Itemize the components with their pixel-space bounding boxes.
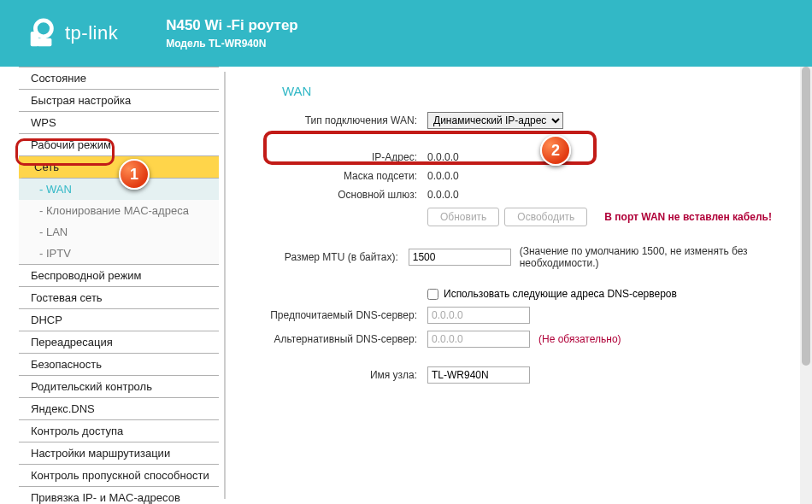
cable-warning: В порт WAN не вставлен кабель! <box>604 211 772 223</box>
mtu-label: Размер MTU (в байтах): <box>248 251 409 263</box>
product-title: N450 Wi -Fi роутер <box>166 17 298 34</box>
nav-bandwidth[interactable]: Контроль пропускной способности <box>19 465 219 487</box>
mask-label: Маска подсети: <box>248 170 427 182</box>
header-info: N450 Wi -Fi роутер Модель TL-WR940N <box>166 17 298 50</box>
wan-type-select[interactable]: Динамический IP-адрес <box>427 112 563 129</box>
main-scrollbar[interactable] <box>800 67 812 504</box>
nav-mode[interactable]: Рабочий режим <box>19 134 219 156</box>
nav-mac-clone[interactable]: - Клонирование MAC-адреса <box>19 200 219 221</box>
nav-guest[interactable]: Гостевая сеть <box>19 287 219 309</box>
dns2-note: (Не обязательно) <box>538 333 621 345</box>
nav-wireless[interactable]: Беспроводной режим <box>19 265 219 287</box>
nav-status[interactable]: Состояние <box>19 67 219 90</box>
mask-value: 0.0.0.0 <box>427 170 459 182</box>
product-model: Модель TL-WR940N <box>166 38 298 50</box>
nav-yandex-dns[interactable]: Яндекс.DNS <box>19 398 219 420</box>
header: tp-link N450 Wi -Fi роутер Модель TL-WR9… <box>0 0 812 67</box>
nav-security[interactable]: Безопасность <box>19 354 219 376</box>
nav-access[interactable]: Контроль доступа <box>19 420 219 442</box>
nav-network[interactable]: Сеть <box>19 156 219 179</box>
mtu-note: (Значение по умолчанию 1500, не изменять… <box>520 245 795 269</box>
gateway-value: 0.0.0.0 <box>427 189 459 201</box>
dns2-input[interactable] <box>427 331 530 348</box>
ip-value: 0.0.0.0 <box>427 151 459 163</box>
section-title: WAN <box>248 75 795 112</box>
dns-checkbox[interactable] <box>427 289 438 300</box>
nav-parental[interactable]: Родительский контроль <box>19 376 219 398</box>
divider <box>224 72 226 499</box>
nav-dhcp[interactable]: DHCP <box>19 309 219 331</box>
mtu-input[interactable] <box>409 249 511 266</box>
tplink-logo-icon <box>26 17 58 50</box>
nav-iptv[interactable]: - IPTV <box>19 243 219 264</box>
nav-lan[interactable]: - LAN <box>19 221 219 243</box>
main-scrollbar-thumb[interactable] <box>802 67 810 366</box>
dns2-label: Альтернативный DNS-сервер: <box>248 333 427 345</box>
sidebar-nav: Состояние Быстрая настройка WPS Рабочий … <box>19 67 219 504</box>
brand-text: tp-link <box>65 22 118 44</box>
refresh-button[interactable]: Обновить <box>427 208 499 226</box>
svg-rect-2 <box>37 38 51 47</box>
host-label: Имя узла: <box>248 369 427 381</box>
nav-ip-mac[interactable]: Привязка IP- и MAC-адресов <box>19 487 219 504</box>
nav-wan[interactable]: - WAN <box>19 179 219 200</box>
nav-quick-setup[interactable]: Быстрая настройка <box>19 90 219 112</box>
dns1-label: Предпочитаемый DNS-сервер: <box>248 309 427 321</box>
ip-label: IP-Адрес: <box>248 151 427 163</box>
gateway-label: Основной шлюз: <box>248 189 427 201</box>
wan-type-label: Тип подключения WAN: <box>248 114 427 126</box>
release-button[interactable]: Освободить <box>504 208 587 226</box>
brand-logo: tp-link <box>26 17 118 50</box>
nav-forwarding[interactable]: Переадресация <box>19 331 219 354</box>
host-input[interactable] <box>427 366 530 384</box>
nav-network-sub: - WAN - Клонирование MAC-адреса - LAN - … <box>19 179 219 265</box>
dns-cb-label: Использовать следующие адреса DNS-сервер… <box>444 288 677 300</box>
content-pane: WAN Тип подключения WAN: Динамический IP… <box>231 67 812 504</box>
nav-wps[interactable]: WPS <box>19 112 219 134</box>
nav-routing[interactable]: Настройки маршрутизации <box>19 442 219 465</box>
dns1-input[interactable] <box>427 307 530 324</box>
